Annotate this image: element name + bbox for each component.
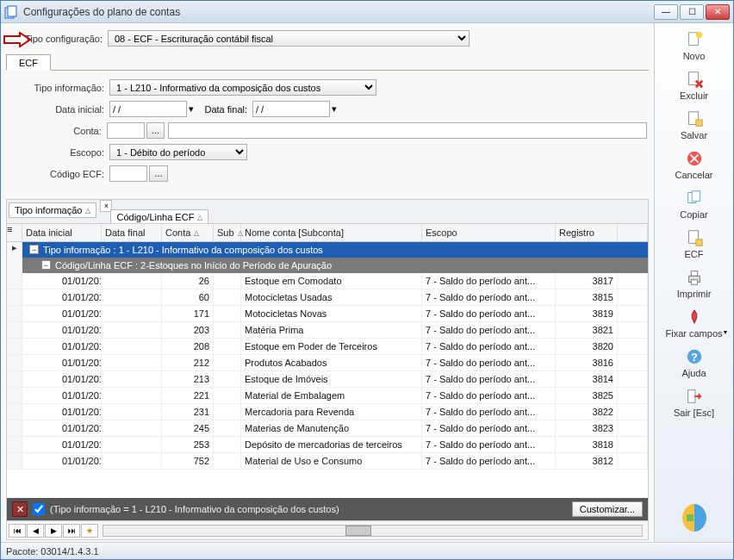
- minimize-button[interactable]: —: [654, 4, 678, 20]
- svg-rect-21: [687, 390, 694, 403]
- tipo-info-label: Tipo informação:: [8, 83, 109, 93]
- imprimir-button[interactable]: Imprimir: [658, 264, 731, 304]
- collapse-icon[interactable]: −: [29, 245, 39, 254]
- table-row[interactable]: 01/01/2014245Materias de Manutenção7 - S…: [7, 420, 648, 437]
- table-row[interactable]: 01/01/2014221Material de Embalagem7 - Sa…: [7, 388, 648, 404]
- grid-filter-footer: ✕ (Tipo informação = 1 - L210 - Informat…: [7, 498, 648, 520]
- filter-enabled-checkbox[interactable]: [33, 503, 45, 515]
- grid-body[interactable]: ▸ − Tipo informação : 1 - L210 - Informa…: [7, 242, 648, 498]
- col-data-inicial[interactable]: Data inicial: [22, 224, 102, 241]
- conta-browse-button[interactable]: …: [146, 122, 165, 139]
- table-row[interactable]: 01/01/2014171Motocicletas Novas7 - Saldo…: [7, 306, 648, 322]
- nav-next-button[interactable]: ▶: [45, 524, 62, 538]
- data-final-input[interactable]: [252, 101, 330, 117]
- svg-rect-22: [687, 514, 694, 521]
- exit-icon: [682, 387, 706, 406]
- main-pane: Tipo configuração: 08 - ECF - Escrituraç…: [1, 23, 654, 542]
- tipo-config-select[interactable]: 08 - ECF - Escrituração contábil fiscal: [108, 30, 470, 47]
- nav-first-button[interactable]: ⏮: [9, 524, 26, 538]
- svg-rect-17: [691, 271, 697, 277]
- row-selector-header[interactable]: ≡: [7, 224, 22, 241]
- excluir-button[interactable]: Excluir: [658, 66, 731, 106]
- filter-text: (Tipo informação = 1 - L210 - Informativ…: [50, 504, 339, 514]
- salvar-button[interactable]: Salvar: [658, 106, 731, 146]
- group-row-tipo[interactable]: − Tipo informação : 1 - L210 - Informati…: [22, 242, 648, 258]
- nav-prev-button[interactable]: ◀: [27, 524, 44, 538]
- table-row[interactable]: 01/01/2014208Estoque em Poder de Terceir…: [7, 339, 648, 355]
- horizontal-scrollbar[interactable]: [103, 525, 643, 537]
- nav-bar: ⏮ ◀ ▶ ⏭ ★: [6, 521, 649, 540]
- col-conta[interactable]: Conta△: [162, 224, 214, 241]
- grid-header: ≡ Data inicial Data final Conta△ Sub△ No…: [7, 224, 648, 242]
- table-row[interactable]: 01/01/2014203Matéria Prima7 - Saldo do p…: [7, 322, 648, 339]
- group-by-bar: Tipo informação△ × Código/Linha ECF△: [6, 199, 649, 223]
- pin-icon: [682, 308, 706, 327]
- maximize-button[interactable]: ☐: [680, 4, 704, 20]
- app-window: Configurações do plano de contas — ☐ ✕ T…: [0, 0, 734, 560]
- ecf-icon: [682, 228, 706, 247]
- tipo-info-select[interactable]: 1 - L210 - Informativo da composição dos…: [109, 79, 376, 96]
- arrow-right-icon: [3, 32, 32, 47]
- customize-button[interactable]: Customizar...: [572, 501, 643, 517]
- codigo-ecf-input[interactable]: [109, 165, 147, 182]
- nav-bookmark-button[interactable]: ★: [81, 524, 98, 538]
- svg-rect-15: [695, 240, 701, 246]
- ecf-button[interactable]: ECF: [658, 225, 731, 264]
- svg-text:?: ?: [691, 351, 698, 364]
- table-row[interactable]: 01/01/2014212Produtos Acabados7 - Saldo …: [7, 355, 648, 371]
- group-chip-tipo[interactable]: Tipo informação△: [9, 202, 96, 218]
- status-text: Pacote: 03014/1.4.3.1: [6, 546, 99, 557]
- data-final-dropdown-icon[interactable]: ▾: [332, 103, 337, 115]
- col-sub[interactable]: Sub△: [214, 224, 241, 241]
- brand-icon: [672, 495, 717, 542]
- col-spacer: [618, 224, 648, 241]
- cancel-icon: [682, 149, 706, 168]
- col-registro[interactable]: Registro: [556, 224, 618, 241]
- data-grid: ≡ Data inicial Data final Conta△ Sub△ No…: [6, 223, 649, 521]
- codigo-ecf-label: Código ECF:: [8, 169, 109, 179]
- table-row[interactable]: 01/01/2014213Estoque de Imóveis7 - Saldo…: [7, 371, 648, 388]
- data-inicial-label: Data inicial:: [8, 104, 109, 115]
- col-escopo[interactable]: Escopo: [422, 224, 556, 241]
- window-title: Configurações do plano de contas: [23, 6, 654, 18]
- table-row[interactable]: 01/01/2014253Depósito de mercadorias de …: [7, 437, 648, 453]
- nav-last-button[interactable]: ⏭: [63, 524, 80, 538]
- side-toolbar: Novo Excluir Salvar Cancelar Copiar ECF: [654, 23, 733, 542]
- svg-point-3: [695, 32, 701, 38]
- escopo-select[interactable]: 1 - Débito do período: [109, 144, 247, 160]
- copiar-button[interactable]: Copiar: [658, 185, 731, 225]
- table-row[interactable]: 01/01/2014752Material de Uso e Consumo7 …: [7, 453, 648, 470]
- new-icon: [682, 30, 706, 49]
- collapse-icon[interactable]: −: [41, 260, 51, 270]
- data-inicial-input[interactable]: [109, 101, 187, 117]
- close-button[interactable]: ✕: [706, 4, 730, 20]
- sair-button[interactable]: Sair [Esc]: [658, 383, 731, 423]
- filter-clear-button[interactable]: ✕: [12, 501, 28, 517]
- data-final-label: Data final:: [194, 104, 252, 115]
- chevron-down-icon: ▾: [724, 328, 727, 336]
- print-icon: [682, 268, 706, 287]
- table-row[interactable]: 01/01/2014231Mercadoria para Revenda7 - …: [7, 404, 648, 420]
- codigo-ecf-browse-button[interactable]: …: [149, 165, 168, 182]
- table-row[interactable]: 01/01/201460Motocicletas Usadas7 - Saldo…: [7, 289, 648, 306]
- group-row-codigo[interactable]: − Código/Linha ECF : 2-Estoques no Iníci…: [22, 258, 648, 273]
- fixar-button[interactable]: Fixar campos ▾: [658, 304, 731, 344]
- app-icon: [4, 5, 18, 19]
- novo-button[interactable]: Novo: [658, 27, 731, 66]
- conta-input[interactable]: [107, 122, 145, 139]
- table-row[interactable]: 01/01/201426Estoque em Comodato7 - Saldo…: [7, 273, 648, 289]
- delete-icon: [682, 70, 706, 89]
- col-nome[interactable]: Nome conta [Subconta]: [241, 224, 422, 241]
- titlebar: Configurações do plano de contas — ☐ ✕: [1, 1, 733, 23]
- svg-rect-18: [691, 280, 697, 285]
- window-buttons: — ☐ ✕: [654, 4, 730, 20]
- conta-desc-input[interactable]: [168, 122, 647, 139]
- tab-ecf[interactable]: ECF: [6, 54, 51, 71]
- ajuda-button[interactable]: ? Ajuda: [658, 344, 731, 383]
- copy-icon: [682, 189, 706, 208]
- escopo-label: Escopo:: [8, 147, 109, 158]
- svg-rect-1: [8, 6, 16, 16]
- col-data-final[interactable]: Data final: [102, 224, 162, 241]
- conta-label: Conta:: [8, 126, 107, 136]
- cancelar-button[interactable]: Cancelar: [658, 146, 731, 185]
